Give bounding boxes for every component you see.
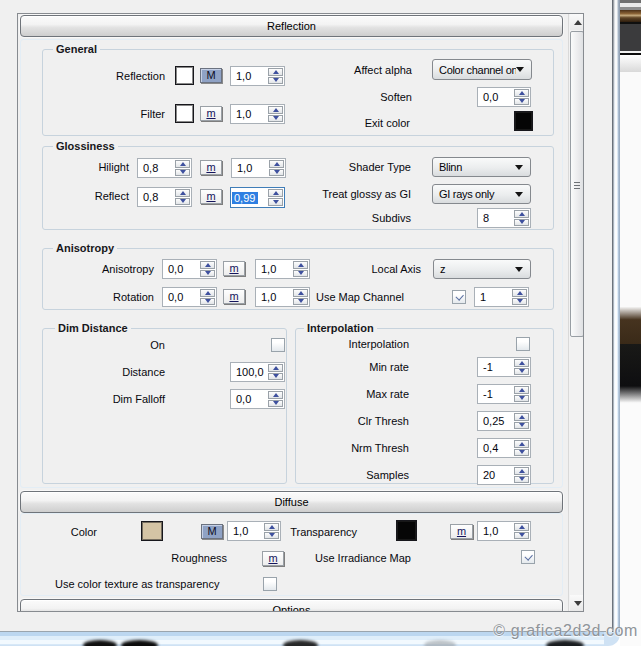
roughness-map-button[interactable]: m [262,551,284,566]
reflection-color-swatch[interactable] [175,66,194,85]
hilight-amount-spinner-spin-up-button[interactable] [269,160,284,168]
dim-on-checkbox[interactable] [271,338,285,352]
filter-amount-spinner-value[interactable]: 1,0 [231,108,268,120]
distance-spinner-spin-up-button[interactable] [268,364,283,372]
min-rate-spinner[interactable]: -1 [477,357,531,377]
reflect-spinner[interactable]: 0,8 [137,187,192,207]
hilight-spinner-value[interactable]: 0,8 [138,162,175,174]
reflect-amount-spinner-value[interactable]: 0,99 [231,192,268,204]
diffuse-color-swatch[interactable] [141,521,163,541]
filter-color-swatch[interactable] [175,104,194,123]
clr-thresh-spinner-spin-up-button[interactable] [514,413,529,421]
transparency-color-swatch[interactable] [396,520,417,541]
reflection-map-button[interactable]: M [200,68,222,83]
rotation-map-button[interactable]: m [223,289,245,304]
transparency-map-button[interactable]: m [450,524,473,539]
scrollbar-up-button[interactable] [570,14,584,30]
reflect-amount-spinner-spin-up-button[interactable] [268,189,283,197]
reflection-amount-spinner-spin-up-button[interactable] [268,68,283,76]
local-axis-dropdown[interactable]: z [433,259,531,279]
map-channel-spinner-spin-down-button[interactable] [512,298,527,306]
max-rate-spinner-spin-down-button[interactable] [514,395,529,403]
samples-spinner[interactable]: 20 [477,465,531,485]
clr-thresh-spinner-spin-down-button[interactable] [514,422,529,430]
subdivs-spinner-value[interactable]: 8 [478,212,514,224]
use-irradiance-checkbox[interactable] [521,550,535,564]
reflection-amount-spinner-value[interactable]: 1,0 [231,70,268,82]
vertical-scrollbar[interactable] [568,14,584,611]
soften-spinner-spin-up-button[interactable] [514,89,529,97]
scrollbar-down-button[interactable] [570,595,584,611]
transparency-amount-spinner-spin-down-button[interactable] [514,532,529,540]
reflect-amount-spinner[interactable]: 0,99 [230,187,285,208]
map-channel-spinner-value[interactable]: 1 [475,291,512,303]
anisotropy-spinner-value[interactable]: 0,0 [163,263,200,275]
reflect-spinner-spin-down-button[interactable] [175,198,190,206]
reflection-amount-spinner-spin-down-button[interactable] [268,77,283,85]
distance-spinner-value[interactable]: 100,0 [231,366,268,378]
subdivs-spinner-spin-down-button[interactable] [514,219,529,227]
soften-spinner[interactable]: 0,0 [477,87,531,107]
anisotropy-spinner[interactable]: 0,0 [162,259,217,279]
anisotropy-spinner-spin-up-button[interactable] [200,261,215,269]
subdivs-spinner[interactable]: 8 [477,208,531,228]
hilight-spinner-spin-down-button[interactable] [175,169,190,177]
hilight-spinner[interactable]: 0,8 [137,158,192,178]
anisotropy-map-button[interactable]: m [223,261,245,276]
clr-thresh-spinner[interactable]: 0,25 [477,411,531,431]
max-rate-spinner-value[interactable]: -1 [478,388,514,400]
min-rate-spinner-spin-down-button[interactable] [514,368,529,376]
anisotropy-spinner-spin-down-button[interactable] [200,270,215,278]
hilight-map-button[interactable]: m [200,160,222,175]
interpolation-checkbox[interactable] [516,337,530,351]
diffuse-amount-spinner[interactable]: 1,0 [227,521,281,541]
rotation-spinner-spin-up-button[interactable] [200,289,215,297]
exit-color-swatch[interactable] [514,111,533,131]
min-rate-spinner-value[interactable]: -1 [478,361,514,373]
map-channel-spinner-spin-up-button[interactable] [512,289,527,297]
samples-spinner-value[interactable]: 20 [478,469,514,481]
soften-spinner-spin-down-button[interactable] [514,98,529,106]
dim-falloff-spinner-value[interactable]: 0,0 [231,393,268,405]
reflect-amount-spinner-spin-down-button[interactable] [268,198,283,206]
filter-amount-spinner-spin-up-button[interactable] [268,106,283,114]
rollout-header-diffuse[interactable]: Diffuse [20,491,563,513]
diffuse-map-button[interactable]: M [201,524,223,539]
dim-falloff-spinner[interactable]: 0,0 [230,389,285,409]
samples-spinner-spin-up-button[interactable] [514,467,529,475]
reflection-amount-spinner[interactable]: 1,0 [230,66,285,86]
nrm-thresh-spinner-spin-down-button[interactable] [514,449,529,457]
treat-glossy-dropdown[interactable]: GI rays only [432,184,531,204]
shader-type-dropdown[interactable]: Blinn [432,157,531,177]
nrm-thresh-spinner[interactable]: 0,4 [477,438,531,458]
dim-falloff-spinner-spin-down-button[interactable] [268,400,283,408]
reflect-map-button[interactable]: m [200,189,222,204]
map-channel-spinner[interactable]: 1 [474,287,529,307]
diffuse-amount-spinner-value[interactable]: 1,0 [228,525,264,537]
transparency-amount-spinner-value[interactable]: 1,0 [478,525,514,537]
use-color-texture-checkbox[interactable] [263,577,277,591]
rotation-spinner-value[interactable]: 0,0 [163,291,200,303]
anisotropy-amount-spinner-value[interactable]: 1,0 [256,263,293,275]
rollout-header-options[interactable]: Options [20,599,563,612]
distance-spinner[interactable]: 100,0 [230,362,285,382]
scrollbar-thumb[interactable] [570,31,584,337]
hilight-amount-spinner-value[interactable]: 1,0 [232,162,269,174]
filter-amount-spinner[interactable]: 1,0 [230,104,285,124]
distance-spinner-spin-down-button[interactable] [268,373,283,381]
nrm-thresh-spinner-spin-up-button[interactable] [514,440,529,448]
affect-alpha-dropdown[interactable]: Color channel only [432,59,532,80]
reflect-spinner-spin-up-button[interactable] [175,189,190,197]
filter-amount-spinner-spin-down-button[interactable] [268,115,283,123]
reflect-spinner-value[interactable]: 0,8 [138,191,175,203]
hilight-spinner-spin-up-button[interactable] [175,160,190,168]
transparency-amount-spinner[interactable]: 1,0 [477,521,531,541]
max-rate-spinner[interactable]: -1 [477,384,531,404]
rollout-header-reflection[interactable]: Reflection [20,15,563,37]
max-rate-spinner-spin-up-button[interactable] [514,386,529,394]
filter-map-button[interactable]: m [200,106,222,121]
hilight-amount-spinner[interactable]: 1,0 [231,158,286,178]
hilight-amount-spinner-spin-down-button[interactable] [269,169,284,177]
min-rate-spinner-spin-up-button[interactable] [514,359,529,367]
rotation-spinner[interactable]: 0,0 [162,287,217,307]
